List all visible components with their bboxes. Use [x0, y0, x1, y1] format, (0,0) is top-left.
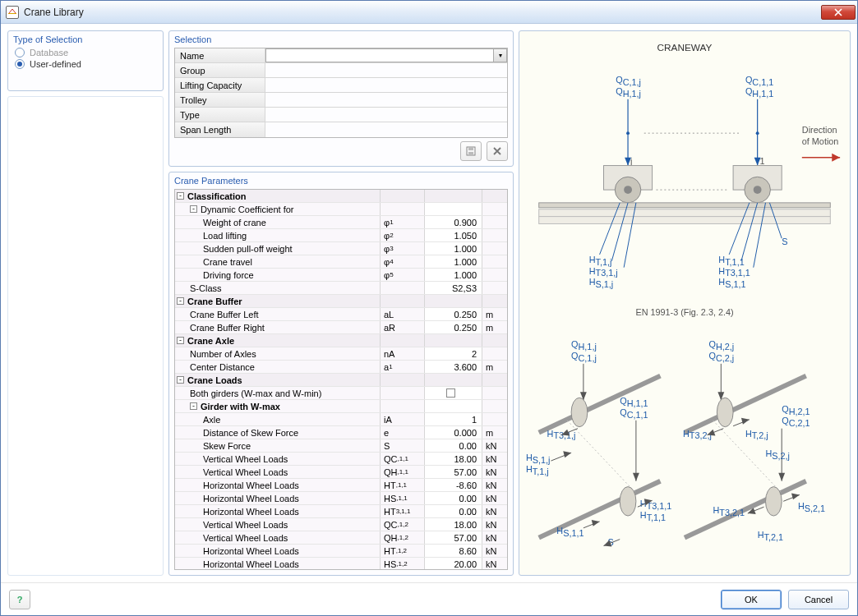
sel-label-lifting: Lifting Capacity: [175, 78, 265, 92]
both-girders-checkbox[interactable]: [446, 388, 455, 398]
girder-row[interactable]: Vertical Wheel LoadsQC,1,218.00kN: [175, 518, 507, 531]
left-spacer: [7, 96, 164, 576]
svg-text:of Motion: of Motion: [802, 136, 839, 146]
radio-user-label: User-defined: [30, 59, 81, 69]
close-button[interactable]: [821, 5, 856, 20]
svg-point-13: [626, 131, 630, 135]
radio-database-label: Database: [30, 48, 68, 57]
both-girders-row[interactable]: Both girders (W-max and W-min): [175, 387, 507, 400]
svg-point-84: [717, 398, 733, 426]
dyn-coef-row[interactable]: Driving forceφ51.000: [175, 269, 507, 282]
girder-row[interactable]: Horizontal Wheel LoadsHT,1,28.60kN: [175, 545, 507, 558]
crane-library-window: Crane Library Type of Selection Database…: [0, 0, 858, 616]
dyn-coef-row[interactable]: Weight of craneφ10.900: [175, 216, 507, 229]
girder-row[interactable]: Skew ForceS0.00kN: [175, 439, 507, 453]
svg-point-27: [754, 186, 762, 194]
delete-icon: [492, 146, 502, 156]
dynamic-coefficient-header[interactable]: -Dynamic Coefficient for: [175, 203, 507, 216]
svg-point-58: [571, 398, 588, 426]
titlebar: Crane Library: [1, 1, 857, 24]
selection-title: Selection: [174, 34, 508, 44]
sel-label-trolley: Trolley: [175, 93, 265, 107]
dyn-coef-row[interactable]: Sudden pull-off weightφ31.000: [175, 242, 507, 255]
sel-label-name: Name: [175, 48, 265, 62]
chevron-down-icon: ▾: [493, 49, 506, 62]
crane-parameters-title: Crane Parameters: [174, 176, 508, 186]
dyn-coef-row[interactable]: Crane travelφ41.000: [175, 255, 507, 269]
sel-val-type: [265, 108, 507, 122]
girder-row[interactable]: AxleiA1: [175, 413, 507, 426]
axle-row[interactable]: Number of AxlesnA2: [175, 347, 507, 361]
girder-wmax-header[interactable]: -Girder with W-max: [175, 400, 507, 413]
buffer-row[interactable]: Crane Buffer RightaR0.250m: [175, 321, 507, 334]
girder-row[interactable]: Vertical Wheel LoadsQH,1,157.00kN: [175, 466, 507, 479]
crane-parameters-panel: Crane Parameters -Classification-Dynamic…: [168, 172, 514, 576]
svg-rect-2: [468, 147, 473, 150]
girder-row[interactable]: Horizontal Wheel LoadsHS,1,10.00kN: [175, 492, 507, 505]
svg-point-24: [624, 186, 632, 194]
help-button[interactable]: ?: [9, 590, 30, 609]
left-column: Type of Selection Database User-defined: [7, 30, 164, 576]
svg-text:EN 1991-3 (Fig. 2.3, 2.4): EN 1991-3 (Fig. 2.3, 2.4): [635, 307, 733, 317]
sel-label-type: Type: [175, 108, 265, 122]
classification-header[interactable]: -Classification: [175, 190, 507, 203]
radio-database: Database: [15, 48, 158, 57]
radio-user-dot: [15, 59, 25, 69]
svg-rect-4: [523, 36, 846, 570]
svg-text:1: 1: [760, 156, 765, 166]
svg-text:j: j: [630, 156, 632, 166]
svg-point-85: [766, 487, 782, 516]
cancel-button[interactable]: Cancel: [788, 590, 849, 609]
svg-point-59: [620, 487, 636, 516]
parameters-grid[interactable]: -Classification-Dynamic Coefficient forW…: [174, 189, 508, 570]
delete-button[interactable]: [487, 141, 508, 161]
girder-row[interactable]: Vertical Wheel LoadsQH,1,257.00kN: [175, 531, 507, 545]
crane-loads-header[interactable]: -Crane Loads: [175, 374, 507, 387]
right-column: CRANEWAY QC,1,j QH,1,j QC,1,1 QH,1,1 Dir…: [519, 30, 851, 576]
dyn-coef-row[interactable]: Load liftingφ21.050: [175, 229, 507, 242]
craneway-diagram: CRANEWAY QC,1,j QH,1,j QC,1,1 QH,1,1 Dir…: [523, 34, 846, 572]
footer: ? OK Cancel: [1, 582, 857, 615]
svg-text:S: S: [782, 237, 787, 246]
sel-label-group: Group: [175, 63, 265, 77]
buffer-row[interactable]: Crane Buffer LeftaL0.250m: [175, 308, 507, 321]
svg-rect-29: [539, 203, 831, 208]
middle-column: Selection Name ▾ Group Lifting Capacity …: [168, 30, 514, 576]
type-of-selection-title: Type of Selection: [13, 34, 158, 44]
save-icon: [465, 145, 477, 157]
help-icon: ?: [17, 595, 23, 605]
diagram-panel: CRANEWAY QC,1,j QH,1,j QC,1,1 QH,1,1 Dir…: [519, 30, 851, 576]
svg-text:Direction: Direction: [802, 125, 837, 135]
girder-row[interactable]: Horizontal Wheel LoadsHT3,1,10.00kN: [175, 505, 507, 518]
save-button[interactable]: [460, 141, 482, 161]
diagram-title: CRANEWAY: [657, 42, 713, 53]
crane-axle-header[interactable]: -Crane Axle: [175, 334, 507, 347]
girder-row[interactable]: Distance of Skew Forcee0.000m: [175, 426, 507, 439]
name-dropdown[interactable]: ▾: [265, 48, 507, 62]
sel-val-span: [265, 122, 507, 137]
selection-panel: Selection Name ▾ Group Lifting Capacity …: [168, 30, 514, 167]
radio-database-dot: [15, 48, 25, 57]
ok-button[interactable]: OK: [721, 590, 782, 609]
girder-row[interactable]: Horizontal Wheel LoadsHT,1,1-8.60kN: [175, 479, 507, 492]
close-icon: [834, 8, 842, 16]
svg-rect-3: [468, 152, 473, 154]
sel-label-span: Span Length: [175, 122, 265, 137]
girder-row[interactable]: Horizontal Wheel LoadsHS,1,220.00kN: [175, 558, 507, 570]
sel-val-trolley: [265, 93, 507, 107]
type-of-selection-panel: Type of Selection Database User-defined: [7, 30, 164, 91]
sel-val-group: [265, 63, 507, 77]
crane-buffer-header[interactable]: -Crane Buffer: [175, 295, 507, 308]
sel-val-lifting: [265, 78, 507, 92]
svg-point-14: [756, 131, 759, 135]
axle-row[interactable]: Center Distancea13.600m: [175, 361, 507, 374]
s-class-row[interactable]: S-ClassS2,S3: [175, 282, 507, 295]
app-icon: [6, 6, 19, 19]
content-area: Type of Selection Database User-defined …: [1, 24, 857, 582]
radio-user-defined[interactable]: User-defined: [15, 59, 158, 69]
girder-row[interactable]: Vertical Wheel LoadsQC,1,118.00kN: [175, 453, 507, 466]
selection-grid: Name ▾ Group Lifting Capacity Trolley Ty…: [174, 48, 508, 138]
window-title: Crane Library: [24, 7, 821, 18]
